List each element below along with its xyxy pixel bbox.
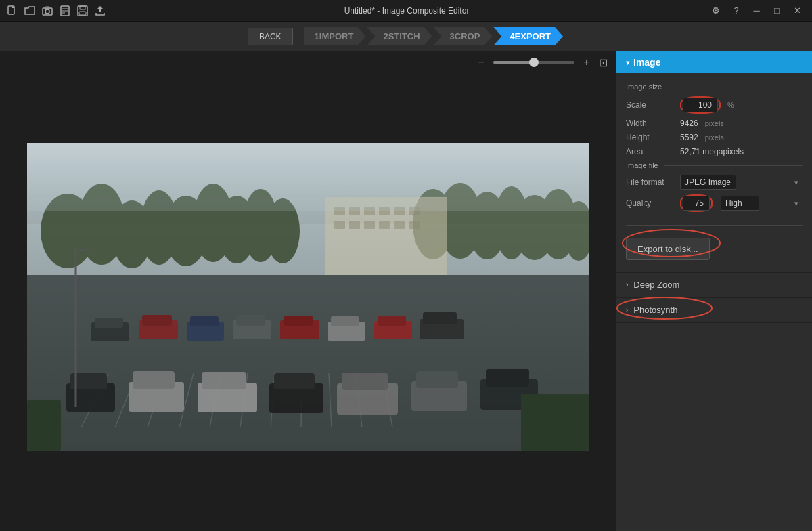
svg-rect-44 <box>27 275 589 451</box>
image-file-subtitle: Image file <box>626 161 803 169</box>
export-btn-container: Export to disk... <box>626 232 710 266</box>
image-section: ▾ Image Image size Scale % Width 9426 <box>616 51 812 273</box>
step3-label: CROP <box>455 31 480 41</box>
canvas-area: − + ⊡ <box>0 51 616 531</box>
step-tab-export[interactable]: 4 EXPORT <box>493 27 563 45</box>
svg-rect-57 <box>95 318 123 328</box>
settings-button[interactable]: ⚙ <box>706 3 725 18</box>
side-panel: ▾ Image Image size Scale % Width 9426 <box>616 51 812 531</box>
step-tab-crop[interactable]: 3 CROP <box>434 27 493 45</box>
zoom-controls: − + ⊡ <box>0 51 616 73</box>
back-button[interactable]: BACK <box>248 28 293 45</box>
deep-zoom-chevron: › <box>626 281 628 289</box>
image-section-header[interactable]: ▾ Image <box>616 51 812 73</box>
photosynth-chevron: › <box>626 306 628 314</box>
close-button[interactable]: ✕ <box>788 3 807 18</box>
file-format-select-wrapper: JPEG Image PNG Image TIFF Image <box>680 175 803 190</box>
step-navigation: BACK 1 IMPORT 2 STITCH 3 CROP 4 EXPORT <box>0 22 812 51</box>
svg-rect-69 <box>378 316 406 326</box>
file-format-label: File format <box>626 177 675 187</box>
photosynth-section: › Photosynth <box>616 298 812 323</box>
scale-unit: % <box>727 101 734 109</box>
svg-rect-40 <box>379 221 390 229</box>
image-section-body: Image size Scale % Width 9426 pixels <box>616 73 812 272</box>
help-button[interactable]: ? <box>727 3 746 18</box>
svg-rect-81 <box>342 373 388 390</box>
svg-rect-67 <box>331 316 359 326</box>
step1-label: IMPORT <box>319 31 354 41</box>
area-row: Area 52,71 megapixels <box>626 147 803 156</box>
zoom-slider[interactable] <box>493 61 574 64</box>
image-section-title: Image <box>633 57 660 68</box>
panorama-svg <box>27 143 589 451</box>
save-icon[interactable] <box>76 4 89 18</box>
file-format-select[interactable]: JPEG Image PNG Image TIFF Image <box>680 175 736 190</box>
quality-label: Quality <box>626 198 675 208</box>
deep-zoom-section: › Deep Zoom <box>616 273 812 298</box>
file-format-row: File format JPEG Image PNG Image TIFF Im… <box>626 175 803 190</box>
step-tabs: 1 IMPORT 2 STITCH 3 CROP 4 EXPORT <box>304 27 564 45</box>
width-unit: pixels <box>705 119 724 127</box>
svg-rect-83 <box>416 371 458 388</box>
svg-rect-59 <box>142 315 172 326</box>
maximize-button[interactable]: □ <box>767 3 786 18</box>
svg-rect-41 <box>394 221 405 229</box>
area-label: Area <box>626 147 675 156</box>
svg-rect-71 <box>423 312 457 324</box>
scale-annotation <box>680 96 721 114</box>
titlebar: Untitled* - Image Composite Editor ⚙ ? ─… <box>0 0 812 22</box>
svg-rect-79 <box>274 373 315 389</box>
svg-rect-63 <box>236 315 265 326</box>
step-tab-stitch[interactable]: 2 STITCH <box>367 27 432 45</box>
svg-rect-42 <box>409 221 420 229</box>
step1-number: 1 <box>315 31 319 41</box>
height-unit: pixels <box>705 133 724 142</box>
width-row: Width 9426 pixels <box>626 119 803 128</box>
scale-label: Scale <box>626 100 675 110</box>
svg-rect-85 <box>486 369 529 387</box>
step-tab-import[interactable]: 1 IMPORT <box>304 27 366 45</box>
svg-point-2 <box>45 9 49 14</box>
main-content: − + ⊡ <box>0 51 812 531</box>
step4-number: 4 <box>510 31 514 41</box>
photosynth-header[interactable]: › Photosynth <box>616 298 812 322</box>
height-value: 5592 <box>680 133 698 142</box>
step2-number: 2 <box>383 31 388 41</box>
step2-label: STITCH <box>388 31 420 41</box>
svg-rect-37 <box>334 221 345 229</box>
step4-label: EXPORT <box>515 31 551 41</box>
svg-rect-61 <box>190 316 219 326</box>
camera-icon[interactable] <box>41 4 54 18</box>
photosynth-title: Photosynth <box>633 305 677 315</box>
panorama-image <box>27 143 589 451</box>
image-size-subtitle: Image size <box>626 83 803 91</box>
zoom-in-button[interactable]: + <box>580 56 593 69</box>
image-canvas <box>0 73 616 531</box>
scale-row: Scale % <box>626 96 803 114</box>
window-title: Untitled* - Image Composite Editor <box>107 6 706 16</box>
quality-preset-wrapper: High Medium Low <box>721 196 803 211</box>
window-controls: ⚙ ? ─ □ ✕ <box>706 3 807 18</box>
quality-row: Quality High Medium Low <box>626 194 803 212</box>
width-value: 9426 <box>680 119 698 128</box>
export-icon[interactable] <box>93 4 107 18</box>
quality-preset-select[interactable]: High Medium Low <box>721 196 759 211</box>
fit-to-screen-button[interactable]: ⊡ <box>599 56 608 69</box>
minimize-button[interactable]: ─ <box>747 3 766 18</box>
svg-rect-38 <box>349 221 360 229</box>
svg-rect-77 <box>202 372 246 389</box>
scale-input[interactable] <box>683 98 718 112</box>
step3-number: 3 <box>450 31 455 41</box>
open-file-icon[interactable] <box>58 4 72 18</box>
deep-zoom-header[interactable]: › Deep Zoom <box>616 273 812 297</box>
new-file-icon[interactable] <box>5 4 19 18</box>
svg-rect-39 <box>364 221 375 229</box>
svg-rect-10 <box>79 12 86 15</box>
svg-rect-90 <box>27 143 589 211</box>
quality-input[interactable] <box>683 196 710 211</box>
zoom-out-button[interactable]: − <box>474 56 488 69</box>
export-to-disk-button[interactable]: Export to disk... <box>626 238 710 260</box>
folder-icon[interactable] <box>23 4 37 18</box>
height-label: Height <box>626 133 675 142</box>
svg-rect-89 <box>521 394 589 451</box>
